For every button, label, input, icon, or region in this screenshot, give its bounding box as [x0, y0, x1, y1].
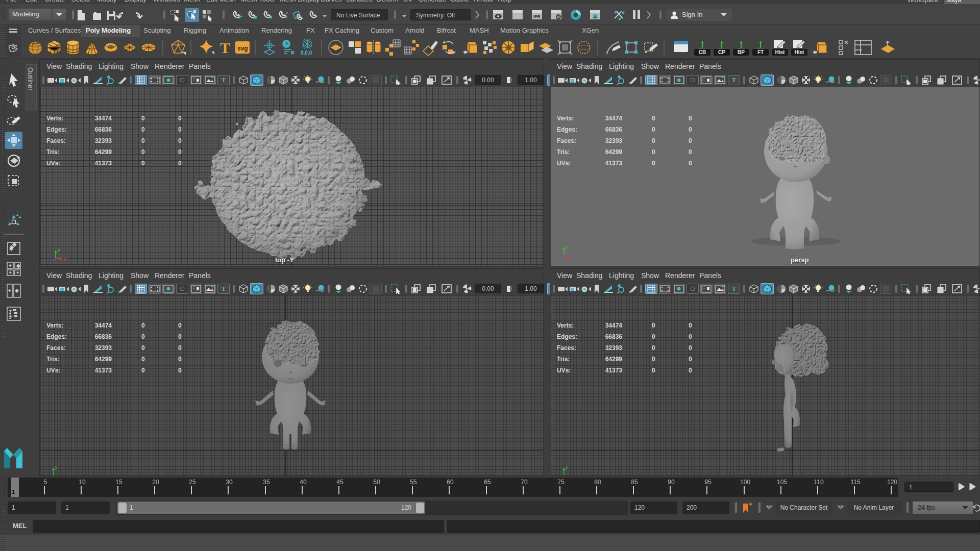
svg-text:+: + — [9, 263, 12, 268]
svg-text:y: y — [566, 244, 568, 249]
svg-text:svg: svg — [237, 45, 248, 52]
svg-text:x: x — [64, 257, 66, 262]
svg-text:y: y — [566, 465, 568, 470]
svg-text:y: y — [58, 247, 60, 253]
svg-text:z: z — [46, 474, 49, 475]
svg-text:0,0,0: 0,0,0 — [301, 50, 312, 56]
svg-text:+: + — [16, 270, 19, 276]
svg-text:z: z — [557, 254, 559, 259]
svg-text:z: z — [557, 474, 559, 475]
svg-text:IPR: IPR — [533, 14, 541, 19]
svg-text:T: T — [220, 39, 230, 56]
svg-text:+: + — [8, 288, 11, 293]
svg-text:◆: ◆ — [16, 263, 20, 268]
svg-text:y: y — [55, 465, 58, 470]
svg-text:+: + — [9, 270, 12, 276]
